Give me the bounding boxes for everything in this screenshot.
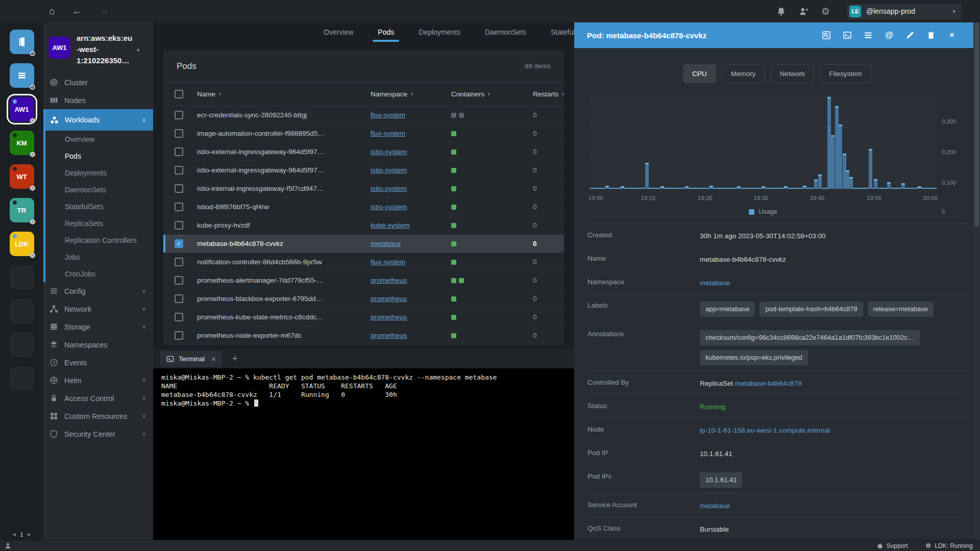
column-header-restarts[interactable]: Restarts▾ (533, 90, 564, 98)
namespace-link[interactable]: prometheus (371, 313, 407, 321)
scrollbar[interactable] (973, 22, 980, 540)
catalog-tile[interactable]: ⚙ (10, 30, 34, 54)
table-row[interactable]: istiod-69f876bf75-qf4rwistio-system0 (163, 198, 564, 216)
column-header-namespace[interactable]: Namespace▾ (371, 90, 451, 98)
metrics-tab-cpu[interactable]: CPU (683, 64, 716, 83)
user-icon[interactable] (4, 542, 12, 549)
sidebar-item-cluster[interactable]: Cluster (43, 73, 153, 91)
metrics-tab-filesystem[interactable]: Filesystem (820, 64, 871, 83)
tab-daemonsets[interactable]: DaemonSets (484, 22, 527, 42)
table-row[interactable]: prometheus-kube-state-metrics-c8cddc…pro… (163, 308, 564, 327)
table-row[interactable]: image-automation-controller-f988895d5…fl… (163, 124, 564, 143)
row-checkbox[interactable] (175, 294, 183, 303)
sidebar-item-access-control[interactable]: Access Control∨ (43, 389, 153, 407)
back-icon[interactable]: ← (72, 6, 82, 17)
cluster-tile-aw1[interactable]: AW1☸ (10, 97, 34, 121)
namespace-link[interactable]: flux-system (371, 258, 405, 266)
select-all-checkbox[interactable] (175, 90, 183, 98)
row-checkbox[interactable] (175, 258, 183, 266)
statusbar-item-ldk-running[interactable]: ☸LDK: Running (925, 542, 973, 549)
close-icon[interactable]: × (211, 355, 216, 363)
row-checkbox[interactable] (175, 221, 183, 230)
namespace-link[interactable]: kube-system (371, 221, 410, 229)
sidebar-item-jobs[interactable]: Jobs (45, 248, 153, 265)
sidebar-item-workloads[interactable]: Workloads∧ (45, 109, 153, 131)
edit-icon[interactable] (905, 31, 915, 40)
scrollbar-thumb[interactable] (974, 22, 979, 227)
pod-logs-icon[interactable] (864, 31, 873, 40)
sidebar-item-pods[interactable]: Pods (45, 147, 153, 164)
table-row[interactable]: kube-proxy-hvzdfkube-system0 (163, 216, 564, 235)
namespace-link[interactable]: istio-system (371, 166, 407, 174)
sidebar-item-namespaces[interactable]: Namespaces (43, 336, 153, 354)
row-checkbox[interactable] (175, 313, 183, 321)
row-checkbox[interactable] (175, 111, 183, 119)
detail-link[interactable]: metabase (700, 502, 730, 510)
table-row[interactable]: prometheus-blackbox-exporter-6795dd…prom… (163, 290, 564, 308)
namespace-link[interactable]: flux-system (371, 111, 405, 119)
row-checkbox[interactable] (175, 331, 183, 340)
table-row[interactable]: istio-external-ingressgateway-964d5f97…i… (163, 161, 564, 180)
sidebar-item-cronjobs[interactable]: CronJobs (45, 265, 153, 282)
cluster-tile-km[interactable]: KM☸ (10, 131, 34, 155)
hotbar-menu-tile[interactable]: ⚙ (10, 63, 34, 88)
namespace-link[interactable]: flux-system (371, 130, 405, 137)
column-header-containers[interactable]: Containers▾ (451, 90, 533, 98)
row-checkbox[interactable] (175, 166, 183, 174)
tab-overview[interactable]: Overview (323, 22, 354, 42)
tab-statefulsets[interactable]: StatefulSets (550, 22, 574, 42)
detail-link[interactable]: metabase (700, 279, 730, 287)
namespace-link[interactable]: prometheus (371, 295, 407, 303)
terminal-tab[interactable]: Terminal × (160, 351, 222, 367)
table-row[interactable]: ecr-credentials-sync-28092240-bttgjflux-… (163, 106, 564, 124)
sidebar-item-security-center[interactable]: Security Center∨ (43, 425, 153, 443)
sidebar-item-statefulsets[interactable]: StatefulSets (45, 198, 153, 215)
add-user-icon[interactable] (799, 7, 808, 16)
delete-icon[interactable] (926, 31, 936, 40)
sidebar-item-helm[interactable]: Helm∨ (43, 371, 153, 389)
hotbar-next-icon[interactable]: ▸ (28, 531, 31, 538)
sidebar-item-custom-resources[interactable]: Custom Resources∨ (43, 407, 153, 425)
detail-link[interactable]: ip-10-1-61-158.eu-west-1.compute.interna… (700, 427, 830, 434)
column-header-name[interactable]: Name▾ (197, 90, 371, 98)
metrics-tab-network[interactable]: Network (771, 64, 815, 83)
statusbar-item-support[interactable]: ◉Support (877, 542, 908, 549)
namespace-link[interactable]: prometheus (371, 277, 407, 284)
sidebar-item-deployments[interactable]: Deployments (45, 164, 153, 181)
cluster-tile-ldk[interactable]: LDK☸ (10, 232, 34, 256)
tab-pods[interactable]: Pods (377, 22, 395, 42)
row-checkbox[interactable]: ✓ (175, 239, 183, 248)
table-row[interactable]: prometheus-node-exporter-m67dcprometheus… (163, 327, 564, 345)
row-checkbox[interactable] (175, 147, 183, 156)
home-icon[interactable]: ⌂ (49, 6, 55, 17)
namespace-link[interactable]: istio-system (371, 148, 407, 156)
pod-attach-icon[interactable]: @ (885, 31, 894, 40)
table-row[interactable]: istio-external-ingressgateway-964d5f97…i… (163, 143, 564, 161)
settings-gear-icon[interactable]: ⚙ (821, 7, 830, 16)
sidebar-item-network[interactable]: Network∨ (43, 300, 153, 318)
cluster-tile-wt[interactable]: WT☸ (10, 164, 34, 189)
cluster-header[interactable]: AW1 arn:aws:eks:eu -west- 1:210226350… ▾ (43, 31, 153, 73)
tab-deployments[interactable]: Deployments (418, 22, 461, 42)
table-row[interactable]: prometheus-alertmanager-7dd779cf55-…prom… (163, 271, 564, 290)
chart-legend[interactable]: Usage (590, 208, 937, 215)
row-checkbox[interactable] (175, 276, 183, 285)
namespace-link[interactable]: istio-system (371, 185, 407, 192)
sidebar-item-nodes[interactable]: Nodes (43, 91, 153, 109)
terminal-output[interactable]: miska@Miskas-MBP-2 ~ % kubectl get pod m… (153, 368, 574, 540)
namespace-link[interactable]: metabase (371, 240, 401, 247)
sidebar-item-config[interactable]: Config∨ (43, 282, 153, 300)
sidebar-item-replication-controllers[interactable]: Replication Controllers (45, 232, 153, 248)
table-row[interactable]: notification-controller-86d4cb566b-9pr5w… (163, 253, 564, 271)
table-row[interactable]: istio-internal-ingressgateway-f5f7cd947…… (163, 180, 564, 198)
forward-icon[interactable]: → (99, 6, 109, 17)
row-checkbox[interactable] (175, 203, 183, 211)
hotbar-prev-icon[interactable]: ◂ (13, 531, 16, 538)
namespace-link[interactable]: prometheus (371, 332, 407, 339)
detail-link[interactable]: metabase-b4b64c878 (735, 380, 802, 387)
pod-shell-icon[interactable] (843, 31, 852, 40)
sidebar-item-overview[interactable]: Overview (45, 131, 153, 147)
cluster-tile-tr[interactable]: TR☸ (10, 198, 34, 222)
sidebar-item-daemonsets[interactable]: DaemonSets (45, 181, 153, 198)
sidebar-item-replicasets[interactable]: ReplicaSets (45, 215, 153, 232)
